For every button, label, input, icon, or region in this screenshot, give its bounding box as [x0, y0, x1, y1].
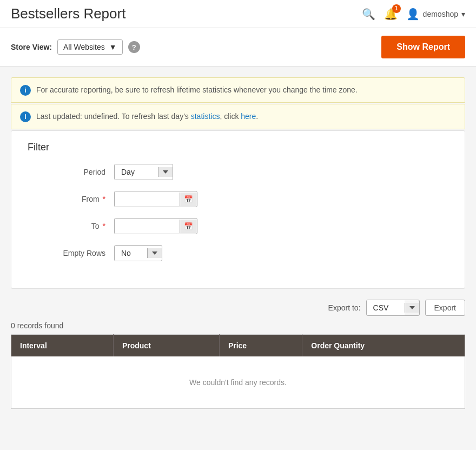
info-message-2: Last updated: undefined. To refresh last… [36, 111, 258, 122]
col-order-quantity: Order Quantity [302, 335, 465, 357]
to-label: To * [28, 222, 114, 230]
to-calendar-btn[interactable]: 📅 [180, 220, 197, 233]
header-actions: 🔍 🔔 1 👤 demoshop ▾ [362, 8, 465, 21]
info-icon-1: i [20, 85, 31, 96]
user-dropdown-arrow: ▾ [461, 10, 465, 18]
to-required: * [101, 222, 105, 230]
export-chevron-icon [409, 306, 415, 309]
show-report-button[interactable]: Show Report [381, 36, 465, 58]
period-label: Period [28, 168, 114, 176]
user-icon: 👤 [406, 8, 420, 21]
search-icon[interactable]: 🔍 [362, 8, 375, 21]
data-table: Interval Product Price Order Quantity We… [11, 334, 465, 409]
filter-row-empty-rows: Empty Rows No [28, 245, 448, 261]
from-label: From * [28, 195, 114, 203]
notification-count: 1 [392, 4, 401, 13]
records-found: 0 records found [11, 321, 465, 330]
empty-rows-label: Empty Rows [28, 249, 114, 257]
empty-rows-value: No [115, 246, 147, 261]
to-date-input[interactable] [115, 219, 180, 234]
page-header: Bestsellers Report 🔍 🔔 1 👤 demoshop ▾ [0, 0, 476, 28]
info-box-2: i Last updated: undefined. To refresh la… [11, 104, 465, 129]
notification-bell[interactable]: 🔔 1 [384, 8, 398, 21]
export-label: Export to: [328, 303, 361, 312]
empty-rows-dropdown[interactable]: No [114, 245, 162, 261]
empty-rows-chevron-icon [152, 252, 157, 255]
user-menu[interactable]: 👤 demoshop ▾ [406, 8, 465, 21]
records-label: records found [17, 321, 64, 330]
col-interval: Interval [11, 335, 114, 357]
filter-title: Filter [28, 142, 448, 153]
empty-rows-arrow-btn[interactable] [147, 248, 162, 258]
calendar-icon-from: 📅 [184, 195, 193, 203]
export-button[interactable]: Export [425, 300, 465, 316]
store-view-value: All Websites [63, 43, 105, 51]
export-row: Export to: CSV Export [11, 300, 465, 316]
export-format-value: CSV [367, 300, 405, 315]
period-value: Day [115, 164, 158, 180]
records-count: 0 [11, 321, 15, 330]
store-view-selector: Store View: All Websites ▼ ? [11, 39, 140, 55]
table-header: Interval Product Price Order Quantity [11, 335, 465, 357]
empty-message: We couldn't find any records. [11, 356, 465, 409]
info-message-1: For accurate reporting, be sure to refre… [36, 84, 358, 96]
filter-row-period: Period Day [28, 164, 448, 180]
store-view-dropdown[interactable]: All Websites ▼ [57, 39, 123, 55]
period-arrow-btn[interactable] [158, 167, 173, 177]
export-format-dropdown[interactable]: CSV [366, 300, 420, 316]
filter-row-to: To * 📅 [28, 218, 448, 234]
filter-section: Filter Period Day From * 📅 [11, 130, 465, 289]
filter-row-from: From * 📅 [28, 191, 448, 207]
col-product: Product [113, 335, 219, 357]
store-view-arrow: ▼ [109, 43, 117, 51]
table-empty-row: We couldn't find any records. [11, 356, 465, 409]
from-date-wrapper: 📅 [114, 191, 197, 207]
from-required: * [101, 195, 105, 203]
export-arrow-btn[interactable] [405, 303, 419, 313]
period-chevron-icon [163, 170, 168, 174]
calendar-icon-to: 📅 [184, 222, 193, 230]
help-icon[interactable]: ? [128, 41, 140, 53]
period-dropdown[interactable]: Day [114, 164, 173, 180]
col-price: Price [219, 335, 302, 357]
statistics-link[interactable]: statistics [191, 112, 220, 121]
from-date-input[interactable] [115, 191, 180, 207]
info-box-1: i For accurate reporting, be sure to ref… [11, 77, 465, 103]
to-date-wrapper: 📅 [114, 218, 197, 234]
info-icon-2: i [20, 111, 31, 122]
from-calendar-btn[interactable]: 📅 [180, 193, 197, 206]
page-title: Bestsellers Report [11, 5, 125, 22]
toolbar: Store View: All Websites ▼ ? Show Report [0, 28, 476, 67]
store-view-label: Store View: [11, 43, 52, 51]
table-header-row: Interval Product Price Order Quantity [11, 335, 465, 357]
table-body: We couldn't find any records. [11, 356, 465, 409]
main-content: i For accurate reporting, be sure to ref… [0, 67, 476, 420]
user-name: demoshop [423, 10, 458, 18]
here-link[interactable]: here [241, 112, 256, 121]
